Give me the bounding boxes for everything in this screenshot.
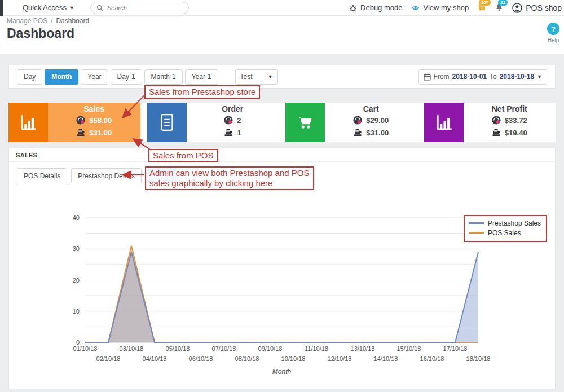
topbar-right-cluster: Debug mode View my shop 107 21 POS shop	[349, 3, 564, 13]
kpi-card-sales: Sales $58.00 $31.00	[8, 103, 140, 142]
svg-text:06/10/18: 06/10/18	[189, 355, 213, 362]
svg-text:05/10/18: 05/10/18	[166, 345, 190, 352]
date-to-value: 2018-10-18	[500, 73, 534, 81]
svg-text:12/10/18: 12/10/18	[328, 355, 352, 362]
prestashop-icon	[224, 116, 233, 125]
legend-swatch	[469, 232, 484, 234]
svg-text:Month: Month	[272, 368, 292, 376]
page-title: Dashboard	[7, 26, 74, 41]
range-button-day-1[interactable]: Day-1	[111, 69, 142, 85]
pos-register-icon	[353, 128, 362, 137]
chart-legend: Prestashop Sales POS Sales	[464, 215, 547, 242]
chevron-down-icon: ▼	[537, 74, 542, 80]
breadcrumb-current: Dashboard	[56, 17, 89, 25]
sales-chart: 01020304001/10/1802/10/1803/10/1804/10/1…	[9, 192, 555, 380]
help-label: Help	[547, 37, 559, 43]
notifications-button[interactable]: 21	[495, 3, 503, 13]
legend-item-pos-sales[interactable]: POS Sales	[469, 228, 541, 237]
svg-text:07/10/18: 07/10/18	[212, 345, 236, 352]
notifications-badge: 21	[498, 0, 508, 6]
svg-text:08/10/18: 08/10/18	[235, 355, 259, 362]
help-button[interactable]: ? Help	[547, 23, 559, 43]
search-icon	[96, 5, 103, 11]
svg-text:01/10/18: 01/10/18	[73, 345, 98, 352]
svg-text:10/10/18: 10/10/18	[281, 355, 306, 362]
svg-text:17/10/18: 17/10/18	[443, 345, 468, 352]
date-from-label: From	[434, 73, 450, 81]
person-icon	[512, 3, 522, 13]
svg-text:14/10/18: 14/10/18	[374, 355, 398, 362]
prestashop-icon	[353, 116, 362, 125]
eye-icon	[411, 4, 420, 12]
question-mark-icon: ?	[547, 23, 559, 35]
svg-text:09/10/18: 09/10/18	[258, 345, 283, 352]
kpi-title: Order	[187, 104, 279, 113]
prestashop-icon	[76, 116, 85, 125]
tab-prestashop-details[interactable]: Prestashop Details	[71, 168, 142, 183]
sidebar-edge	[0, 0, 3, 16]
range-button-year-1[interactable]: Year-1	[185, 69, 218, 85]
debug-mode-label: Debug mode	[360, 3, 402, 12]
kpi-pos-value: $19.40	[505, 129, 527, 137]
svg-text:11/10/18: 11/10/18	[305, 345, 328, 352]
announcements-badge: 107	[479, 0, 491, 6]
legend-label: POS Sales	[488, 229, 521, 237]
account-menu[interactable]: POS shop	[512, 3, 562, 13]
svg-text:04/10/18: 04/10/18	[143, 355, 167, 362]
range-button-year[interactable]: Year	[81, 69, 108, 85]
svg-text:20: 20	[73, 277, 80, 284]
kpi-pos-value: $31.00	[89, 129, 112, 137]
legend-label: Prestashop Sales	[488, 219, 541, 227]
shop-name-label: POS shop	[526, 3, 562, 12]
svg-text:30: 30	[73, 245, 80, 252]
kpi-title: Sales	[48, 104, 140, 113]
bar-chart-icon	[8, 103, 48, 142]
range-button-month[interactable]: Month	[45, 69, 78, 85]
shop-select-value: Test	[240, 73, 253, 81]
cart-icon	[285, 103, 325, 142]
quick-access-menu[interactable]: Quick Access ▼	[23, 3, 74, 12]
search-box[interactable]	[90, 2, 189, 14]
breadcrumb: Manage POS / Dashboard	[7, 17, 89, 25]
chevron-down-icon: ▼	[69, 5, 74, 11]
quick-access-label: Quick Access	[23, 3, 67, 12]
document-icon	[147, 103, 187, 142]
prestashop-icon	[492, 116, 501, 125]
annotation-both-tab: Admin can view both Prestashop and POS s…	[145, 166, 314, 190]
pos-register-icon	[492, 128, 501, 137]
kpi-prestashop-value: $33.72	[505, 116, 527, 125]
calendar-icon	[424, 73, 431, 81]
kpi-prestashop-value: 2	[237, 116, 241, 125]
annotation-line-1: Admin can view both Prestashop and POS	[149, 168, 310, 178]
svg-text:18/10/18: 18/10/18	[466, 355, 491, 362]
breadcrumb-separator: /	[51, 17, 52, 25]
shop-select[interactable]: Test ▼	[235, 69, 278, 85]
bar-chart-icon	[424, 103, 464, 142]
legend-item-prestashop-sales[interactable]: Prestashop Sales	[469, 218, 541, 228]
kpi-pos-value: 1	[237, 129, 241, 137]
announcements-button[interactable]: 107	[478, 3, 486, 13]
annotation-sales-from-prestashop: Sales from Prestashop store	[144, 85, 260, 99]
kpi-card-cart: Cart $29.00 $31.00	[285, 103, 417, 142]
kpi-card-net-profit: Net Profit $33.72 $19.40	[424, 103, 556, 142]
search-input[interactable]	[107, 5, 175, 11]
kpi-card-row: Sales $58.00 $31.00 Order 2 1 Cart $29.0…	[8, 103, 556, 142]
tab-pos-details[interactable]: POS Details	[17, 168, 67, 183]
view-my-shop-link[interactable]: View my shop	[411, 3, 469, 12]
chevron-down-icon: ▼	[268, 74, 273, 80]
pos-dashboard-page: Quick Access ▼ Debug mode View my shop 1…	[0, 0, 564, 392]
kpi-prestashop-value: $58.00	[89, 116, 112, 125]
breadcrumb-parent[interactable]: Manage POS	[7, 17, 47, 25]
date-from-value: 2018-10-01	[452, 73, 487, 81]
kpi-pos-value: $31.00	[366, 129, 389, 137]
kpi-card-order: Order 2 1	[147, 103, 279, 142]
top-navigation-bar: Quick Access ▼ Debug mode View my shop 1…	[0, 0, 564, 16]
legend-swatch	[469, 222, 484, 224]
svg-text:13/10/18: 13/10/18	[351, 345, 375, 352]
date-to-label: To	[490, 73, 497, 81]
debug-mode-toggle[interactable]: Debug mode	[349, 3, 402, 12]
range-button-month-1[interactable]: Month-1	[144, 69, 183, 85]
svg-text:40: 40	[73, 214, 80, 221]
date-range-picker[interactable]: From 2018-10-01 To 2018-10-18 ▼	[418, 69, 547, 85]
range-button-day[interactable]: Day	[17, 69, 42, 85]
